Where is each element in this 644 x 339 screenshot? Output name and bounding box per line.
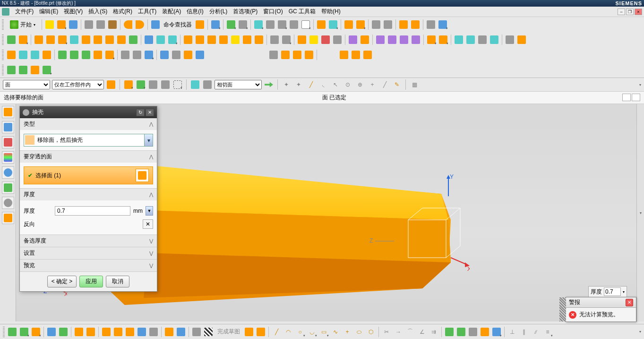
vis-4-button[interactable] — [41, 64, 52, 76]
preview-check-button[interactable] — [92, 49, 103, 61]
move-button[interactable] — [296, 34, 308, 45]
chamfer-button[interactable] — [194, 34, 206, 45]
sk-circle[interactable]: ○ — [294, 326, 306, 338]
constraint-navigator-tab[interactable] — [2, 136, 14, 148]
sk-btn-1[interactable] — [7, 326, 18, 338]
instance-button[interactable] — [347, 34, 359, 45]
thickness-onscreen-input[interactable]: 厚度 ▾ — [588, 286, 627, 297]
menu-help[interactable]: 帮助(H) — [318, 7, 343, 17]
snap-8[interactable]: + — [367, 79, 378, 90]
sync-group-button[interactable] — [438, 34, 449, 45]
layers-button[interactable] — [17, 49, 29, 61]
curve-2-button[interactable] — [131, 49, 143, 61]
sk-btn-10[interactable] — [124, 326, 136, 338]
alarm-close-button[interactable]: ✕ — [626, 299, 633, 306]
box-button[interactable] — [338, 49, 350, 61]
toolbar-grip[interactable] — [2, 65, 4, 75]
measure-face-button[interactable] — [410, 19, 421, 30]
snap-grid[interactable]: ▦ — [409, 79, 420, 90]
cut-button[interactable] — [83, 19, 94, 30]
wcx-orient-button[interactable] — [355, 19, 366, 30]
zoom-button[interactable] — [237, 19, 249, 30]
sk-point[interactable]: + — [342, 326, 353, 338]
shell-type-select[interactable]: 移除面，然后抽壳 ▾ — [24, 134, 153, 147]
intersect-button[interactable] — [167, 34, 178, 45]
delete-face-button[interactable] — [398, 34, 410, 45]
new-button[interactable] — [44, 19, 55, 30]
vis-3-button[interactable] — [29, 64, 41, 76]
select-face-pick-button[interactable] — [136, 169, 149, 182]
sphere-button[interactable] — [362, 49, 373, 61]
pattern-button[interactable] — [128, 34, 139, 45]
sk-con-3[interactable]: ⫽ — [530, 326, 541, 338]
filter-btn-1[interactable] — [106, 79, 116, 90]
text-button[interactable] — [104, 49, 115, 61]
part-navigator-tab[interactable] — [2, 106, 14, 118]
undo-button[interactable] — [122, 19, 134, 30]
sk-btn-16[interactable] — [243, 326, 255, 338]
menu-analysis[interactable]: 分析(L) — [206, 7, 231, 17]
sk-chamfer[interactable]: ∠ — [416, 326, 428, 338]
redo-button[interactable] — [134, 19, 146, 30]
filter-btn-6[interactable] — [172, 79, 183, 90]
category-button[interactable] — [29, 49, 41, 61]
boss-button[interactable] — [69, 34, 80, 45]
sk-con-4[interactable]: ≡ — [542, 326, 553, 338]
menu-view[interactable]: 视图(V) — [61, 7, 86, 17]
group-button[interactable] — [359, 34, 370, 45]
blend-button[interactable] — [182, 34, 194, 45]
mirror-button[interactable] — [332, 34, 343, 45]
replace-face-button[interactable] — [386, 34, 398, 45]
dimension-button[interactable] — [437, 19, 448, 30]
save-button[interactable] — [68, 19, 79, 30]
overflow-icon[interactable]: ▾ — [639, 330, 641, 334]
hd3d-tab[interactable] — [2, 166, 14, 179]
toolbar-grip[interactable] — [2, 19, 4, 30]
type-filter-select[interactable]: 面 — [3, 80, 50, 89]
sk-btn-2[interactable] — [18, 326, 30, 338]
sk-btn-8[interactable] — [101, 326, 112, 338]
clearance-button[interactable] — [69, 49, 80, 61]
filter-btn-2[interactable] — [123, 79, 134, 90]
toolbar-grip[interactable] — [3, 327, 5, 337]
subtract-button[interactable] — [155, 34, 166, 45]
spring-button[interactable] — [159, 49, 170, 61]
menu-gc-toolbox[interactable]: GC 工具箱 — [286, 7, 318, 17]
sk-spline[interactable]: ∿ — [330, 326, 341, 338]
dialog-title-bar[interactable]: 抽壳 ↻ ✕ — [20, 106, 157, 118]
mdi-restore[interactable]: ❐ — [626, 9, 634, 15]
journal-button[interactable] — [303, 49, 315, 61]
alarm-header[interactable]: 警报 ✕ — [566, 297, 636, 308]
ok-button[interactable]: < 确定 > — [47, 276, 77, 287]
wireframe-button[interactable] — [265, 19, 276, 30]
sk-btn-3[interactable] — [30, 326, 42, 338]
sk-con-2[interactable]: ∥ — [518, 326, 530, 338]
reverse-direction-button[interactable]: ✕ — [143, 219, 153, 229]
section-pierce-header[interactable]: 要穿透的面 ⋀ — [20, 151, 157, 163]
sk-rect[interactable]: ▭ — [318, 326, 329, 338]
fit-button[interactable] — [225, 19, 237, 30]
sk-extend[interactable]: → — [393, 326, 404, 338]
sk-dim-4[interactable] — [479, 326, 490, 338]
revolve-button[interactable] — [45, 34, 56, 45]
section-type-header[interactable]: 类型 ⋀ — [20, 118, 157, 130]
menu-format[interactable]: 格式(R) — [110, 7, 135, 17]
snap-1[interactable]: ✦ — [281, 79, 292, 90]
open-button[interactable] — [56, 19, 67, 30]
filter-btn-8[interactable] — [202, 79, 213, 90]
sk-btn-14[interactable] — [175, 326, 187, 338]
mdi-close[interactable]: × — [635, 9, 642, 15]
sk-btn-6[interactable] — [73, 326, 85, 338]
trim-button[interactable] — [253, 34, 265, 45]
helix-button[interactable] — [194, 49, 206, 61]
offset-button[interactable] — [230, 34, 241, 45]
assembly-navigator-tab[interactable] — [2, 121, 14, 133]
menu-assembly[interactable]: 装配(A) — [159, 7, 184, 17]
measure-body-button[interactable] — [398, 19, 409, 30]
measure-dist-button[interactable] — [370, 19, 382, 30]
menu-file[interactable]: 文件(F) — [12, 7, 36, 17]
menu-tools[interactable]: 工具(T) — [135, 7, 159, 17]
sk-dim-2[interactable] — [455, 326, 467, 338]
layer-button[interactable] — [300, 19, 311, 30]
copy-button[interactable] — [95, 19, 106, 30]
